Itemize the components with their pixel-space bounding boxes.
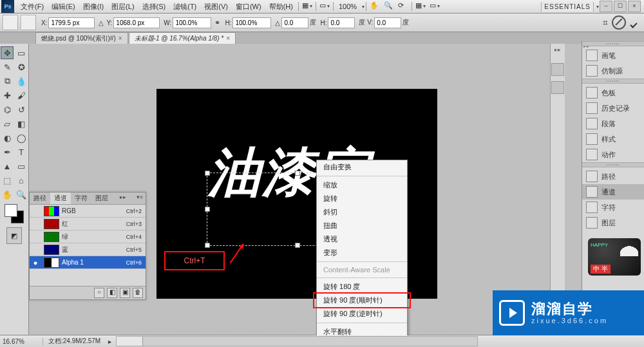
dock-tab-2[interactable] xyxy=(551,81,564,94)
pen-tool[interactable]: ✒ xyxy=(1,145,14,158)
dock-actions[interactable]: 动作 xyxy=(582,147,644,162)
color-swatches[interactable] xyxy=(5,204,24,223)
tab-doc-1[interactable]: 燃烧.psd @ 100%(索引)#)× xyxy=(35,32,128,44)
dock-history[interactable]: 历史记录 xyxy=(582,100,644,116)
ctx-skew[interactable]: 斜切 xyxy=(317,205,407,219)
dock-character[interactable]: 字符 xyxy=(582,200,644,215)
input-w[interactable] xyxy=(173,17,211,28)
window-close[interactable]: × xyxy=(628,1,641,12)
fg-color-swatch[interactable] xyxy=(5,204,17,217)
arrange-docs-icon[interactable]: ▦▾ xyxy=(415,1,426,12)
reference-point-icon[interactable] xyxy=(21,15,36,30)
menu-view[interactable]: 视图(V) xyxy=(200,0,232,13)
input-h[interactable] xyxy=(232,17,271,28)
ctx-flip-h[interactable]: 水平翻转 xyxy=(317,325,407,335)
shape-tool[interactable]: ▭ xyxy=(15,160,28,173)
visibility-toggle[interactable]: ● xyxy=(30,259,41,267)
menu-edit[interactable]: 编辑(E) xyxy=(48,0,79,13)
tab-doc-2[interactable]: 未标题-1 @ 16.7%(Alpha 1/8) *× xyxy=(129,32,236,44)
input-skew-v[interactable] xyxy=(374,17,401,28)
screen-mode-icon[interactable]: ▭▾ xyxy=(319,1,330,12)
menu-filter[interactable]: 滤镜(T) xyxy=(169,0,200,13)
input-angle[interactable] xyxy=(281,17,308,28)
dock-clone-src[interactable]: 仿制源 xyxy=(582,63,644,79)
type-tool[interactable]: T xyxy=(15,145,28,158)
ctx-warp[interactable]: 变形 xyxy=(317,246,407,259)
menu-help[interactable]: 帮助(H) xyxy=(265,0,297,13)
dodge-tool[interactable]: ◯ xyxy=(15,131,28,144)
zoom-tool[interactable]: 🔍 xyxy=(15,188,28,201)
handle-bl[interactable] xyxy=(205,243,210,248)
load-selection-icon[interactable]: ○ xyxy=(94,288,104,298)
channel-row-rgb[interactable]: RGB Ctrl+2 xyxy=(30,205,146,218)
panel-tab-layers[interactable]: 图层 xyxy=(91,192,112,204)
warp-mode-icon[interactable]: ⌗ xyxy=(603,17,608,28)
input-x[interactable] xyxy=(48,17,95,28)
menu-file[interactable]: 文件(F) xyxy=(17,0,48,13)
h-scrollbar[interactable] xyxy=(116,336,478,346)
link-wh-icon[interactable]: ⚭ xyxy=(213,19,222,27)
ctx-perspective[interactable]: 透视 xyxy=(317,232,407,246)
dock-layers[interactable]: 图层 xyxy=(582,215,644,230)
ctx-rotate-90-cw[interactable]: 旋转 90 度(顺时针) xyxy=(317,294,407,307)
panel-collapse-icon[interactable]: ▸▸ xyxy=(117,192,129,204)
rotate-view-icon[interactable]: ⟳ xyxy=(398,1,408,12)
handle-ml[interactable] xyxy=(205,207,210,212)
new-channel-icon[interactable]: ▣ xyxy=(120,288,130,298)
dock-styles[interactable]: 样式 xyxy=(582,131,644,147)
dock-tab-1[interactable] xyxy=(551,63,564,76)
history-brush-tool[interactable]: ↺ xyxy=(15,103,28,116)
panel-menu-icon[interactable]: ▾≡ xyxy=(134,192,146,204)
3d-camera-tool[interactable]: ⌂ xyxy=(15,174,28,187)
brush-tool[interactable]: 🖌 xyxy=(15,89,28,102)
hand-tool-icon[interactable]: ✋ xyxy=(370,1,380,12)
move-tool-preset-icon[interactable] xyxy=(3,15,18,30)
channel-row-blue[interactable]: 蓝 Ctrl+5 xyxy=(30,243,146,256)
menu-layer[interactable]: 图层(L) xyxy=(108,0,138,13)
delete-channel-icon[interactable]: 🗑 xyxy=(133,288,143,298)
input-y[interactable] xyxy=(113,17,160,28)
status-doc-size[interactable]: 文档:24.9M/2.57M xyxy=(43,337,106,346)
screen-mode2-icon[interactable]: ▭▾ xyxy=(430,1,440,12)
menu-image[interactable]: 图像(I) xyxy=(79,0,108,13)
ctx-rotate-90-ccw[interactable]: 旋转 90 度(逆时针) xyxy=(317,307,407,321)
panel-tab-channels[interactable]: 通道 xyxy=(50,192,71,204)
window-restore[interactable]: ☐ xyxy=(614,1,627,12)
dock-channels[interactable]: 通道 xyxy=(582,184,644,200)
zoom-tool-icon[interactable]: 🔍 xyxy=(384,1,394,12)
ctx-rotate[interactable]: 旋转 xyxy=(317,192,407,205)
ctx-free-transform[interactable]: 自由变换 xyxy=(317,160,407,174)
handle-tm[interactable] xyxy=(295,171,300,176)
quick-select-tool[interactable]: ✪ xyxy=(15,61,28,73)
move-tool[interactable]: ✥ xyxy=(1,46,14,59)
ctx-rotate-180[interactable]: 旋转 180 度 xyxy=(317,280,407,294)
channel-row-red[interactable]: 红 Ctrl+3 xyxy=(30,218,146,230)
channel-row-green[interactable]: 绿 Ctrl+4 xyxy=(30,230,146,243)
status-zoom[interactable]: 16.67% xyxy=(0,338,43,345)
panel-tab-paths[interactable]: 路径 xyxy=(30,192,50,204)
dock-swatches[interactable]: 色板 xyxy=(582,85,644,100)
blur-tool[interactable]: ◐ xyxy=(1,131,14,144)
save-selection-icon[interactable]: ◧ xyxy=(107,288,117,298)
input-skew-h[interactable] xyxy=(328,17,355,28)
close-tab-icon[interactable]: × xyxy=(118,35,122,42)
dock-paths[interactable]: 路径 xyxy=(582,169,644,184)
stamp-tool[interactable]: ⌬ xyxy=(1,103,14,116)
status-menu-icon[interactable]: ▸ xyxy=(106,338,114,345)
dock-brushes[interactable]: 画笔 xyxy=(582,48,644,63)
cancel-transform-icon[interactable] xyxy=(612,15,626,30)
zoom-preset[interactable]: 100% xyxy=(335,0,361,13)
launch-bridge-icon[interactable]: ▦▾ xyxy=(302,1,312,12)
commit-transform-icon[interactable] xyxy=(630,17,641,28)
dock-paragraph[interactable]: 段落 xyxy=(582,116,644,131)
workspace-switcher[interactable]: ESSENTIALS xyxy=(541,2,594,12)
ctx-distort[interactable]: 扭曲 xyxy=(317,219,407,232)
ctx-scale[interactable]: 缩放 xyxy=(317,178,407,192)
menu-select[interactable]: 选择(S) xyxy=(138,0,170,13)
3d-tool[interactable]: ⬚ xyxy=(1,174,14,187)
close-tab-icon[interactable]: × xyxy=(226,35,230,42)
window-minimize[interactable]: – xyxy=(600,1,612,12)
path-select-tool[interactable]: ▲ xyxy=(1,160,14,173)
marquee-tool[interactable]: ▭ xyxy=(15,46,28,59)
hand-tool[interactable]: ✋ xyxy=(1,188,14,201)
